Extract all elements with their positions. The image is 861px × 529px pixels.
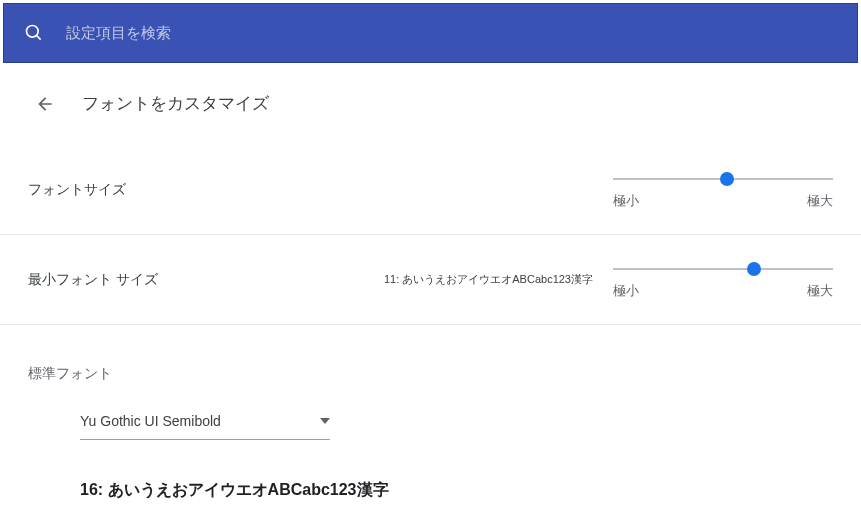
font-size-slider-labels: 極小 極大 <box>613 192 833 210</box>
slider-max-label: 極大 <box>807 282 833 300</box>
slider-min-label: 極小 <box>613 282 639 300</box>
min-font-size-slider-thumb[interactable] <box>747 262 761 276</box>
min-font-size-slider-container: 極小 極大 <box>613 260 833 300</box>
settings-content: フォントをカスタマイズ フォントサイズ 極小 極大 最小フォント サイズ 11:… <box>0 66 861 509</box>
slider-min-label: 極小 <box>613 192 639 210</box>
page-header: フォントをカスタマイズ <box>0 66 861 145</box>
search-bar[interactable]: 設定項目を検索 <box>3 3 858 63</box>
font-size-label: フォントサイズ <box>28 181 308 199</box>
min-font-size-row: 最小フォント サイズ 11: あいうえおアイウエオABCabc123漢字 極小 … <box>0 235 861 325</box>
min-font-size-slider[interactable] <box>613 268 833 270</box>
min-font-size-preview: 11: あいうえおアイウエオABCabc123漢字 <box>308 272 613 287</box>
min-font-size-slider-labels: 極小 極大 <box>613 282 833 300</box>
page-title: フォントをカスタマイズ <box>82 92 269 115</box>
font-size-slider-thumb[interactable] <box>720 172 734 186</box>
slider-max-label: 極大 <box>807 192 833 210</box>
standard-font-select-row: Yu Gothic UI Semibold <box>0 399 861 456</box>
font-size-slider-container: 極小 極大 <box>613 170 833 210</box>
standard-font-select[interactable]: Yu Gothic UI Semibold <box>80 407 330 440</box>
font-size-row: フォントサイズ 極小 極大 <box>0 145 861 235</box>
svg-point-0 <box>27 26 39 38</box>
back-button[interactable] <box>34 93 56 115</box>
font-size-slider[interactable] <box>613 178 833 180</box>
svg-line-1 <box>37 36 41 40</box>
standard-font-section-label: 標準フォント <box>0 325 861 399</box>
min-font-size-label: 最小フォント サイズ <box>28 271 308 289</box>
chevron-down-icon <box>320 416 330 426</box>
standard-font-preview: 16: あいうえおアイウエオABCabc123漢字 <box>0 456 861 509</box>
standard-font-value: Yu Gothic UI Semibold <box>80 413 221 429</box>
search-placeholder: 設定項目を検索 <box>66 24 171 43</box>
search-icon <box>24 23 44 43</box>
